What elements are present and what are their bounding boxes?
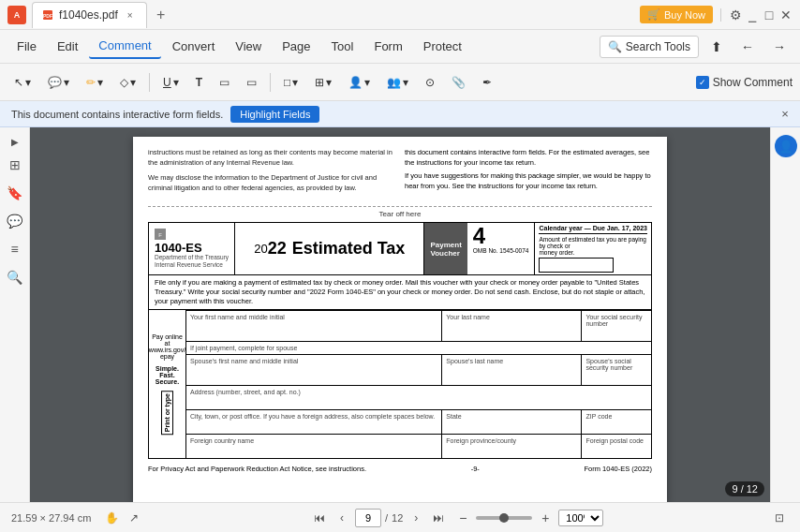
menu-edit[interactable]: Edit <box>48 35 87 58</box>
zoom-slider[interactable] <box>476 516 532 520</box>
sidebar-layers-icon[interactable]: ≡ <box>4 238 26 260</box>
foreign-province-cell[interactable]: Foreign province/county <box>442 435 582 459</box>
area-button[interactable]: ⊞▾ <box>308 69 338 96</box>
state-input[interactable] <box>446 420 577 431</box>
tab-close-button[interactable]: × <box>124 8 137 22</box>
buy-now-button[interactable]: 🛒 Buy Now <box>640 6 713 23</box>
menu-view[interactable]: View <box>226 35 271 58</box>
menu-file[interactable]: File <box>7 35 46 58</box>
menu-page[interactable]: Page <box>273 35 319 58</box>
joint-label-cell: If joint payment, complete for spouse <box>186 342 652 355</box>
win-settings-button[interactable]: ⚙ <box>729 8 742 22</box>
shape-button[interactable]: □▾ <box>277 69 304 96</box>
forward-button[interactable]: → <box>766 34 793 60</box>
address-input[interactable] <box>190 395 647 406</box>
fit-page-button[interactable]: ⊡ <box>770 509 789 527</box>
table-row-joint: If joint payment, complete for spouse <box>186 342 652 355</box>
hand-tool-button[interactable]: ✋ <box>102 509 121 527</box>
signature-button[interactable]: ✒ <box>476 69 498 96</box>
new-tab-button[interactable]: + <box>151 5 171 25</box>
sidebar-pages-icon[interactable]: ⊞ <box>4 154 26 176</box>
amount-input-field[interactable] <box>539 258 614 273</box>
show-comment-control[interactable]: ✓ Show Comment <box>696 76 793 89</box>
maximize-button[interactable]: □ <box>763 8 776 22</box>
highlight-button[interactable]: ✏▾ <box>80 69 110 96</box>
textbox-button[interactable]: ▭ <box>213 69 236 96</box>
show-comment-checkbox[interactable]: ✓ <box>696 76 709 89</box>
pointer-tool-button[interactable]: ↗ <box>125 509 143 527</box>
foreign-postal-input[interactable] <box>585 444 647 455</box>
address-cell[interactable]: Address (number, street, and apt. no.) <box>186 386 652 410</box>
select-tool-button[interactable]: ↖▾ <box>7 69 37 96</box>
first-name-cell[interactable]: Your first name and middle initial <box>186 311 442 342</box>
spouse-last-input[interactable] <box>446 364 577 376</box>
spouse-first-cell[interactable]: Spouse's first name and middle initial <box>186 355 442 386</box>
measure-button[interactable]: ⊙ <box>419 69 441 96</box>
stamp-icon: 👤 <box>348 76 363 89</box>
table-row-name: Your first name and middle initial Your … <box>186 311 652 342</box>
first-name-input[interactable] <box>190 320 437 332</box>
stamp-button[interactable]: 👤▾ <box>342 69 377 96</box>
city-label: City, town, or post office. If you have … <box>190 413 437 420</box>
pdf-tab[interactable]: PDF f1040es.pdf × <box>32 2 147 28</box>
prev-page-button[interactable]: ‹ <box>333 509 351 527</box>
info-bar-close-button[interactable]: × <box>778 107 793 122</box>
zoom-select[interactable]: 100% 75% 125% 150% <box>558 510 603 526</box>
zip-cell[interactable]: ZIP code <box>582 410 652 435</box>
share-button[interactable]: ⬆ <box>704 34 729 60</box>
zoom-out-button[interactable]: − <box>453 509 472 527</box>
spouse-first-input[interactable] <box>190 364 437 376</box>
show-comment-label: Show Comment <box>713 76 793 89</box>
last-page-button[interactable]: ⏭ <box>429 509 448 527</box>
ssn-input[interactable] <box>585 327 647 338</box>
state-cell[interactable]: State <box>442 410 582 435</box>
menu-comment[interactable]: Comment <box>89 34 160 59</box>
sidebar-search-icon[interactable]: 🔍 <box>4 266 26 288</box>
zoom-in-button[interactable]: + <box>536 509 555 527</box>
menu-form[interactable]: Form <box>364 35 411 58</box>
ssn-cell[interactable]: Your social security number <box>582 311 652 342</box>
status-bar-center: ⏮ ‹ / 12 › ⏭ − + 100% 75% 125% 150% <box>155 509 759 527</box>
page-number-input[interactable] <box>355 509 381 527</box>
minimize-button[interactable]: ⎯ <box>746 8 759 22</box>
form-left: F 1040-ES Department of the TreasuryInte… <box>149 223 235 274</box>
foreign-postal-cell[interactable]: Foreign postal code <box>582 435 652 459</box>
spouse-ssn-input[interactable] <box>585 371 647 382</box>
cursor-icon: ↖ <box>14 76 23 89</box>
underline-button[interactable]: U▾ <box>156 69 185 96</box>
foreign-country-input[interactable] <box>190 444 437 455</box>
last-name-cell[interactable]: Your last name <box>442 311 582 342</box>
sidebar-bookmark-icon[interactable]: 🔖 <box>4 182 26 204</box>
first-page-button[interactable]: ⏮ <box>310 509 329 527</box>
foreign-province-input[interactable] <box>446 444 577 455</box>
sidebar-comment-icon[interactable]: 💬 <box>4 210 26 232</box>
user-icon: 👤 <box>778 140 793 154</box>
foreign-country-cell[interactable]: Foreign country name <box>186 435 442 459</box>
markup-button[interactable]: ◇▾ <box>113 69 142 96</box>
back-button[interactable]: ← <box>734 34 761 60</box>
sidebar-expand-button[interactable]: ▶ <box>8 135 22 148</box>
city-cell[interactable]: City, town, or post office. If you have … <box>186 410 442 435</box>
attach-button[interactable]: 📎 <box>445 69 472 96</box>
menu-tool[interactable]: Tool <box>322 35 363 58</box>
city-input[interactable] <box>190 420 437 431</box>
callout-icon: ▭ <box>246 76 257 89</box>
callout-button[interactable]: ▭ <box>240 69 263 96</box>
menu-protect[interactable]: Protect <box>414 35 471 58</box>
spouse-last-cell[interactable]: Spouse's last name <box>442 355 582 386</box>
highlight-fields-button[interactable]: Highlight Fields <box>230 106 319 123</box>
foreign-province-label: Foreign province/county <box>446 437 577 444</box>
close-button[interactable]: ✕ <box>779 8 793 22</box>
text-button[interactable]: T <box>189 69 209 96</box>
right-sidebar: 👤 <box>770 127 800 502</box>
right-sidebar-user-button[interactable]: 👤 <box>775 135 797 157</box>
menu-convert[interactable]: Convert <box>163 35 225 58</box>
zip-input[interactable] <box>585 420 647 431</box>
person-button[interactable]: 👥▾ <box>380 69 415 96</box>
annotation-button[interactable]: 💬▾ <box>41 69 76 96</box>
spouse-ssn-cell[interactable]: Spouse's social security number <box>582 355 652 386</box>
search-tools-button[interactable]: 🔍 Search Tools <box>600 36 699 58</box>
next-page-button[interactable]: › <box>407 509 425 527</box>
last-name-input[interactable] <box>446 320 577 332</box>
svg-text:A: A <box>14 10 21 20</box>
